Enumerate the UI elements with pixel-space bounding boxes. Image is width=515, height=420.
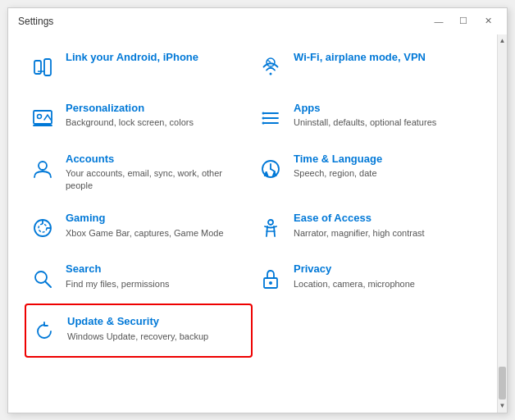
content-area: Link your Android, iPhone bbox=[8, 34, 507, 413]
main-content: Link your Android, iPhone bbox=[8, 34, 497, 413]
svg-text:A: A bbox=[265, 171, 268, 176]
gaming-icon bbox=[28, 213, 57, 243]
accounts-title: Accounts bbox=[66, 153, 244, 167]
setting-item-update[interactable]: Update & Security Windows Update, recove… bbox=[25, 304, 253, 358]
setting-item-gaming[interactable]: Gaming Xbox Game Bar, captures, Game Mod… bbox=[25, 202, 253, 253]
time-text: Time & Language Speech, region, date bbox=[294, 153, 472, 180]
privacy-text: Privacy Location, camera, microphone bbox=[294, 262, 472, 290]
personalization-title: Personalization bbox=[66, 102, 244, 116]
apps-desc: Uninstall, defaults, optional features bbox=[294, 116, 472, 129]
svg-point-8 bbox=[38, 114, 42, 118]
apps-title: Apps bbox=[294, 102, 472, 116]
setting-item-ease[interactable]: Ease of Access Narrator, magnifier, high… bbox=[253, 202, 481, 253]
svg-point-14 bbox=[262, 121, 265, 124]
scroll-down-button[interactable]: ▼ bbox=[498, 399, 508, 413]
privacy-desc: Location, camera, microphone bbox=[294, 278, 472, 290]
svg-point-15 bbox=[39, 162, 47, 170]
setting-item-apps[interactable]: Apps Uninstall, defaults, optional featu… bbox=[253, 92, 481, 143]
svg-point-13 bbox=[262, 116, 265, 119]
ease-text: Ease of Access Narrator, magnifier, high… bbox=[294, 212, 472, 240]
update-icon bbox=[30, 317, 59, 346]
minimize-button[interactable]: — bbox=[426, 11, 451, 31]
privacy-title: Privacy bbox=[294, 262, 472, 276]
search-title: Search bbox=[66, 262, 244, 276]
personalization-icon bbox=[28, 103, 57, 133]
accounts-desc: Your accounts, email, sync, work, other … bbox=[66, 167, 244, 192]
setting-item-link[interactable]: Link your Android, iPhone bbox=[25, 41, 253, 92]
svg-line-27 bbox=[45, 281, 51, 287]
titlebar: Settings — ☐ ✕ bbox=[8, 8, 507, 34]
privacy-icon bbox=[256, 264, 285, 294]
settings-grid: Link your Android, iPhone bbox=[25, 41, 481, 358]
wifi-title: Wi-Fi, airplane mode, VPN bbox=[294, 51, 472, 65]
ease-desc: Narrator, magnifier, high contrast bbox=[294, 227, 472, 240]
gaming-text: Gaming Xbox Game Bar, captures, Game Mod… bbox=[66, 212, 244, 240]
search-text: Search Find my files, permissions bbox=[66, 262, 244, 290]
apps-icon bbox=[256, 103, 285, 133]
search-desc: Find my files, permissions bbox=[66, 278, 244, 290]
apps-text: Apps Uninstall, defaults, optional featu… bbox=[294, 102, 472, 130]
svg-rect-1 bbox=[44, 59, 51, 75]
close-button[interactable]: ✕ bbox=[476, 11, 500, 31]
scroll-thumb[interactable] bbox=[499, 367, 506, 399]
gaming-desc: Xbox Game Bar, captures, Game Mode bbox=[66, 227, 244, 240]
personalization-text: Personalization Background, lock screen,… bbox=[66, 102, 244, 130]
svg-point-22 bbox=[39, 224, 47, 232]
update-title: Update & Security bbox=[67, 315, 243, 329]
svg-point-4 bbox=[267, 58, 275, 66]
scroll-track bbox=[498, 48, 507, 399]
wifi-icon bbox=[256, 52, 285, 82]
scrollbar[interactable]: ▲ ▼ bbox=[497, 34, 507, 413]
time-title: Time & Language bbox=[294, 153, 472, 167]
ease-title: Ease of Access bbox=[294, 212, 472, 226]
link-icon bbox=[28, 52, 57, 82]
link-title: Link your Android, iPhone bbox=[66, 51, 244, 65]
setting-item-accounts[interactable]: Accounts Your accounts, email, sync, wor… bbox=[25, 143, 253, 203]
wifi-text: Wi-Fi, airplane mode, VPN bbox=[294, 51, 472, 66]
scroll-up-button[interactable]: ▲ bbox=[498, 34, 508, 48]
setting-item-search[interactable]: Search Find my files, permissions bbox=[25, 253, 253, 304]
setting-item-wifi[interactable]: Wi-Fi, airplane mode, VPN bbox=[253, 41, 481, 92]
setting-item-privacy[interactable]: Privacy Location, camera, microphone bbox=[253, 253, 481, 304]
svg-point-12 bbox=[262, 112, 265, 114]
search-icon bbox=[28, 264, 57, 294]
maximize-button[interactable]: ☐ bbox=[451, 11, 476, 31]
accounts-text: Accounts Your accounts, email, sync, wor… bbox=[66, 153, 244, 193]
personalization-desc: Background, lock screen, colors bbox=[66, 116, 244, 129]
time-desc: Speech, region, date bbox=[294, 167, 472, 180]
update-text: Update & Security Windows Update, recove… bbox=[67, 315, 243, 343]
setting-item-time[interactable]: A A Time & Language Speech, region, date bbox=[253, 143, 481, 203]
time-icon: A A bbox=[256, 154, 285, 184]
svg-point-3 bbox=[270, 72, 272, 75]
settings-window: Settings — ☐ ✕ Lin bbox=[7, 7, 508, 413]
update-desc: Windows Update, recovery, backup bbox=[67, 331, 243, 343]
svg-point-25 bbox=[268, 220, 273, 225]
window-controls: — ☐ ✕ bbox=[426, 11, 500, 31]
accounts-icon bbox=[28, 154, 57, 184]
svg-point-29 bbox=[269, 281, 272, 285]
setting-item-personalization[interactable]: Personalization Background, lock screen,… bbox=[25, 92, 253, 143]
link-text: Link your Android, iPhone bbox=[66, 51, 244, 66]
gaming-title: Gaming bbox=[66, 212, 244, 226]
window-title: Settings bbox=[18, 16, 53, 27]
ease-icon bbox=[256, 213, 285, 243]
svg-line-5 bbox=[267, 60, 271, 62]
